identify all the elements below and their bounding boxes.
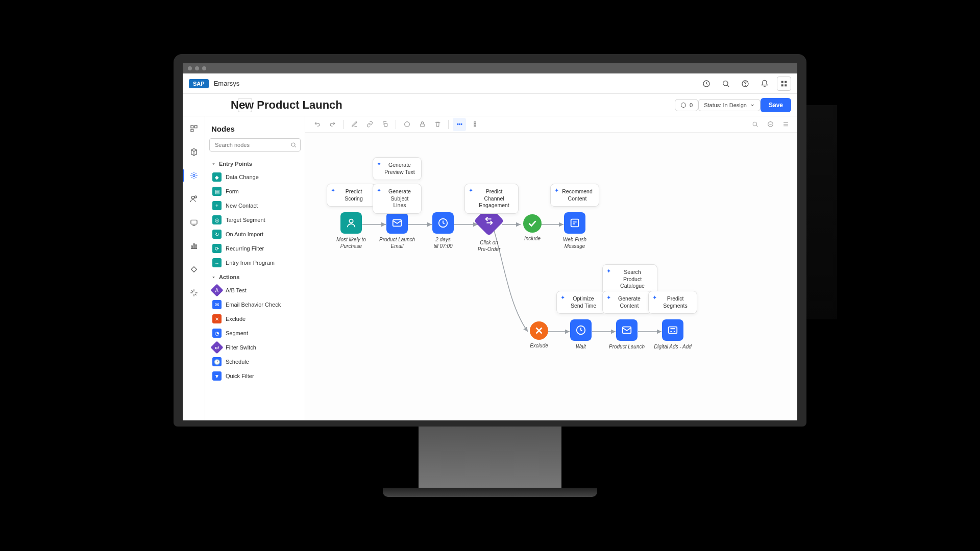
rail-contacts-icon[interactable] [187,192,201,206]
status-dropdown[interactable]: Status: In Design [698,99,761,111]
flow-node-include[interactable]: Include [509,214,555,242]
ai-predict-segments[interactable]: PredictSegments [648,291,697,314]
mac-titlebar [183,63,797,73]
clock-icon [432,212,454,234]
flow-node-wait[interactable]: Wait [558,319,604,350]
ai-search-catalogue[interactable]: Search ProductCatalogue [602,264,657,294]
ai-generate-content[interactable]: GenerateContent [602,291,651,314]
svg-rect-34 [571,219,579,227]
x-icon [530,321,548,340]
node-recurring-filter[interactable]: ⟳Recurring Filter [209,241,301,256]
svg-point-21 [404,122,409,127]
svg-rect-28 [474,126,475,127]
notifications-icon[interactable] [757,77,772,91]
node-target-segment[interactable]: ◎Target Segment [209,213,301,227]
lock-icon[interactable] [415,118,429,131]
redo-icon[interactable] [326,118,339,131]
svg-point-29 [753,122,757,126]
search-input[interactable] [209,138,301,152]
ai-recommend-content[interactable]: RecommendContent [550,184,599,207]
node-exclude[interactable]: ✕Exclude [209,312,301,326]
brand-name: Emarsys [214,80,240,87]
traffic-light-max[interactable] [202,66,206,70]
ai-channel-engagement[interactable]: Predict ChannelEngagement [464,184,519,214]
mail-icon [386,212,408,234]
ai-preview-text[interactable]: GeneratePreview Text [373,157,422,180]
copy-icon[interactable] [378,118,391,131]
rail-dashboard-icon[interactable] [187,121,201,136]
back-button[interactable] [238,98,252,112]
traffic-light-min[interactable] [195,66,199,70]
svg-rect-25 [461,123,462,125]
flow-node-exclude[interactable]: Exclude [516,321,562,349]
node-entry-program[interactable]: →Entry from Program [209,256,301,270]
ai-optimize-sendtime[interactable]: OptimizeSend Time [556,291,605,314]
svg-point-19 [291,143,295,146]
svg-rect-20 [384,123,387,127]
flow-node-decision[interactable]: Click onPre-Order [466,210,512,253]
node-auto-import[interactable]: ↻On Auto Import [209,227,301,241]
flow-node-segment[interactable]: Most likely toPurchase [328,212,374,249]
rail-analytics-icon[interactable] [187,239,201,253]
zoom-fit-icon[interactable] [748,118,762,131]
flow-node-email-2[interactable]: Product Launch [604,319,650,350]
flow-node-webpush[interactable]: Web PushMessage [552,212,598,249]
group-entry-points[interactable]: Entry Points [209,157,301,170]
help-icon[interactable] [738,77,752,91]
ai-predict-scoring[interactable]: PredictScoring [327,184,376,207]
side-rail [183,116,205,420]
group-label: Actions [219,274,239,280]
flow-node-wait-2d[interactable]: 2 daystill 07:00 [420,212,466,249]
ads-icon [662,319,683,341]
layout-horizontal-icon[interactable] [453,118,466,131]
search-icon[interactable] [719,77,733,91]
svg-rect-26 [474,122,475,123]
node-form[interactable]: ▤Form [209,184,301,198]
svg-rect-18 [195,245,197,248]
rail-automation-icon[interactable] [187,168,201,183]
svg-rect-37 [669,327,677,334]
flow-canvas[interactable]: Most likely toPurchase Product LaunchEma… [305,133,797,420]
traffic-light-close[interactable] [188,66,192,70]
rail-tag-icon[interactable] [187,262,201,277]
save-button[interactable]: Save [761,98,791,112]
search-icon [290,142,297,148]
group-label: Entry Points [219,161,252,167]
more-icon[interactable] [779,118,792,131]
rail-addons-icon[interactable] [187,286,201,300]
node-segment[interactable]: ◔Segment [209,326,301,340]
zoom-out-icon[interactable] [764,118,777,131]
node-new-contact[interactable]: +New Contact [209,198,301,213]
flow-node-ads[interactable]: Digital Ads - Add [650,319,696,350]
svg-rect-9 [191,126,193,128]
delete-icon[interactable] [431,118,444,131]
node-data-change[interactable]: ◆Data Change [209,170,301,184]
canvas-toolbar [305,116,797,133]
chevron-down-icon [750,103,755,108]
ai-subject-lines[interactable]: GenerateSubject Lines [373,184,422,214]
group-actions[interactable]: Actions [209,270,301,283]
link-icon[interactable] [363,118,376,131]
svg-rect-23 [457,123,458,125]
node-email-behavior[interactable]: ✉Email Behavior Check [209,297,301,312]
nodes-panel: Nodes Entry Points ◆Data Change ▤Form +N… [205,116,305,420]
flow-node-email[interactable]: Product LaunchEmail [374,212,420,249]
node-quick-filter[interactable]: ▼Quick Filter [209,369,301,383]
layout-vertical-icon[interactable] [468,118,481,131]
top-bar: SAP Emarsys [183,73,797,94]
edit-icon[interactable] [348,118,361,131]
node-filter-switch[interactable]: ⇄Filter Switch [209,340,301,355]
errors-pill[interactable]: 0 [675,99,698,111]
apps-grid-icon[interactable] [777,77,791,91]
svg-point-1 [723,81,728,85]
rail-channels-icon[interactable] [187,215,201,230]
node-schedule[interactable]: 🕐Schedule [209,355,301,369]
group-icon[interactable] [400,118,413,131]
svg-rect-4 [781,81,783,83]
node-ab-test[interactable]: AA/B Test [209,283,301,297]
svg-rect-17 [193,244,194,248]
ai-assistant-icon[interactable] [699,77,714,91]
svg-rect-22 [420,124,424,127]
undo-icon[interactable] [310,118,324,131]
rail-cube-icon[interactable] [187,145,201,159]
